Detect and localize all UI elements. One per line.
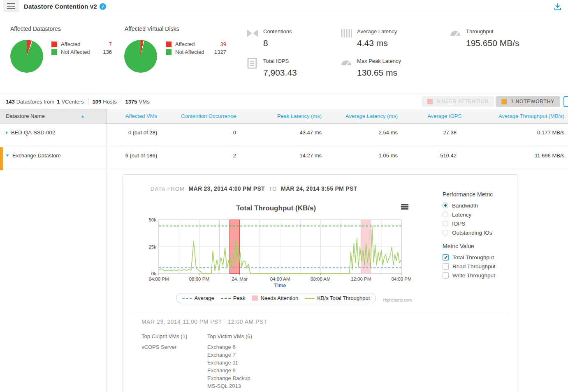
kpi-label: Throughput bbox=[466, 28, 494, 35]
datastore-count: 143 bbox=[6, 99, 15, 105]
victim-vm: MS-SQL 2013 bbox=[207, 383, 298, 391]
data-range: DATA FROM MAR 23, 2014 4:00 PM PST TO MA… bbox=[151, 185, 357, 192]
affected-vms-cell: 6 (out of 186) bbox=[107, 152, 160, 159]
column-affected-vms[interactable]: Affected VMs bbox=[107, 109, 160, 123]
need-attention-badge[interactable]: 0 NEED ATTENTION bbox=[422, 96, 494, 107]
datastore-contention-app: Datastore Contention v2 i Affected Datas… bbox=[0, 0, 568, 392]
column-average-throughput[interactable]: Average Throughput (MB/s) bbox=[465, 109, 568, 123]
column-average-latency[interactable]: Average Latency (ms) bbox=[325, 109, 401, 123]
not-affected-value: 1327 bbox=[209, 49, 226, 55]
checkbox-total-throughput[interactable]: Total Throughput bbox=[443, 253, 515, 262]
checkbox-label: Write Throughput bbox=[452, 272, 495, 279]
affected-datastores-legend: Affected7 Not Affected136 bbox=[51, 40, 112, 56]
radio-label: IOPS bbox=[452, 221, 465, 227]
kpi-value: 130.65 ms bbox=[357, 68, 397, 78]
hamburger-menu-icon[interactable] bbox=[3, 0, 19, 12]
title-bar: Datastore Contention v2 i bbox=[0, 0, 568, 13]
radio-outstanding-ios[interactable]: Outstanding IOs bbox=[443, 228, 515, 237]
summary-panel: Affected Datastores Affected7 Not Affect… bbox=[0, 14, 568, 94]
kpi-label: Average Latency bbox=[357, 28, 397, 35]
radio-iops[interactable]: IOPS bbox=[443, 219, 515, 228]
svg-text:12:00 PM: 12:00 PM bbox=[351, 277, 371, 281]
table-header: Datastore Name Affected VMs Contention O… bbox=[0, 109, 568, 124]
column-average-iops[interactable]: Average IOPS bbox=[401, 109, 465, 123]
affected-label: Affected bbox=[61, 41, 95, 47]
column-peak-latency[interactable]: Peak Latency (ms) bbox=[239, 109, 325, 123]
radio-icon bbox=[443, 230, 448, 235]
badge-partial[interactable] bbox=[563, 96, 568, 107]
kpi-label: Max Peak Latency bbox=[357, 58, 401, 64]
data-from-label: DATA FROM bbox=[151, 186, 185, 192]
affected-value: 39 bbox=[209, 41, 226, 47]
host-count-label: Hosts bbox=[103, 99, 116, 105]
divider bbox=[88, 98, 88, 105]
svg-text:04:00 PM: 04:00 PM bbox=[391, 277, 411, 281]
column-contention-occurrence[interactable]: Contention Occurrence bbox=[160, 109, 239, 123]
average-latency-cell: 2.54 ms bbox=[325, 129, 401, 136]
affected-vms-cell: 0 (out of 28) bbox=[107, 129, 160, 136]
metric-value-heading: Metric Value bbox=[443, 243, 515, 249]
datastore-name-cell[interactable]: Exchange Datastore bbox=[0, 147, 107, 170]
victim-vm: Exchange 9 bbox=[207, 367, 298, 375]
radio-label: Bandwidth bbox=[452, 203, 478, 209]
radio-icon bbox=[443, 221, 448, 226]
affected-label: Affected bbox=[175, 41, 209, 47]
noteworthy-badge[interactable]: 1 NOTEWORTHY bbox=[496, 96, 560, 107]
average-iops-cell: 27.38 bbox=[401, 129, 465, 136]
svg-text:0k: 0k bbox=[151, 271, 156, 276]
info-icon[interactable]: i bbox=[100, 3, 106, 10]
chart-controls: Performance Metric Bandwidth Latency IOP… bbox=[443, 191, 515, 280]
average-iops-cell: 510.42 bbox=[401, 152, 465, 159]
table-toolbar: 143 Datastores from 1 VCenters 109 Hosts… bbox=[0, 94, 568, 109]
datastore-name-cell[interactable]: BED-QA-SSD-002 bbox=[0, 124, 107, 147]
svg-text:24. Mar: 24. Mar bbox=[232, 277, 248, 281]
to-label: TO bbox=[269, 186, 277, 192]
kpi-label: Contentions bbox=[263, 28, 292, 35]
download-icon[interactable] bbox=[553, 2, 562, 12]
kpi-value: 8 bbox=[263, 38, 268, 48]
host-count: 109 bbox=[93, 99, 102, 105]
table-row[interactable]: BED-QA-SSD-002 0 (out of 28) 0 43.47 ms … bbox=[0, 124, 568, 147]
page-title: Datastore Contention v2 bbox=[24, 3, 97, 10]
average-latency-cell: 1.05 ms bbox=[325, 152, 401, 159]
throughput-chart: Total Throughput (KB/s) 0k25k50k04:00 PM… bbox=[140, 199, 412, 303]
total-iops-icon bbox=[247, 58, 258, 68]
svg-text:25k: 25k bbox=[148, 244, 156, 249]
row-detail-panel: DATA FROM MAR 23, 2014 4:00 PM PST TO MA… bbox=[0, 170, 568, 392]
victim-vm: Exchange 11 bbox=[207, 360, 298, 367]
svg-text:04:00 AM: 04:00 AM bbox=[270, 277, 290, 281]
svg-text:50k: 50k bbox=[148, 217, 156, 222]
contentions-icon bbox=[247, 28, 258, 38]
need-attention-icon bbox=[427, 99, 433, 104]
top-culprit-vms: Top Culprit VMs (1) vCOPS Server bbox=[141, 333, 203, 352]
need-attention-label: 0 NEED ATTENTION bbox=[437, 99, 489, 104]
checkbox-read-throughput[interactable]: Read Throughput bbox=[443, 262, 515, 271]
kpi-label: Total IOPS bbox=[263, 58, 289, 64]
expand-icon[interactable] bbox=[6, 131, 8, 134]
divider bbox=[132, 313, 509, 313]
chart-context-menu-icon[interactable] bbox=[401, 204, 408, 210]
throughput-gauge-icon bbox=[450, 28, 461, 38]
radio-bandwidth[interactable]: Bandwidth bbox=[443, 201, 515, 210]
from-datetime: MAR 23, 2014 4:00 PM PST bbox=[189, 185, 265, 192]
radio-latency[interactable]: Latency bbox=[443, 210, 515, 219]
name-column-gutter bbox=[0, 170, 107, 392]
column-datastore-name[interactable]: Datastore Name bbox=[0, 109, 107, 123]
highcharts-credit[interactable]: Highcharts.com bbox=[140, 298, 412, 302]
kpi-value: 7,903.43 bbox=[263, 68, 297, 78]
checkbox-write-throughput[interactable]: Write Throughput bbox=[443, 271, 515, 280]
column-label: Datastore Name bbox=[6, 113, 45, 119]
inventory-counts: 143 Datastores from 1 VCenters 109 Hosts… bbox=[6, 94, 149, 109]
chart-plot-area: 0k25k50k04:00 PM08:00 PM24. Mar04:00 AM0… bbox=[140, 215, 412, 288]
table-row-selected[interactable]: Exchange Datastore 6 (out of 186) 2 14.2… bbox=[0, 147, 568, 170]
victim-header: Top Victim VMs (6) bbox=[207, 333, 298, 339]
affected-value: 7 bbox=[95, 41, 112, 47]
contention-occurrence-cell: 2 bbox=[160, 152, 239, 159]
sort-ascending-icon bbox=[81, 115, 84, 118]
affected-swatch bbox=[166, 42, 172, 47]
vm-count: 1375 bbox=[125, 99, 137, 105]
datastore-count-label: Datastores from bbox=[16, 99, 54, 105]
vm-count-label: VMs bbox=[139, 99, 149, 105]
radio-label: Latency bbox=[452, 212, 471, 218]
collapse-icon[interactable] bbox=[6, 154, 9, 157]
